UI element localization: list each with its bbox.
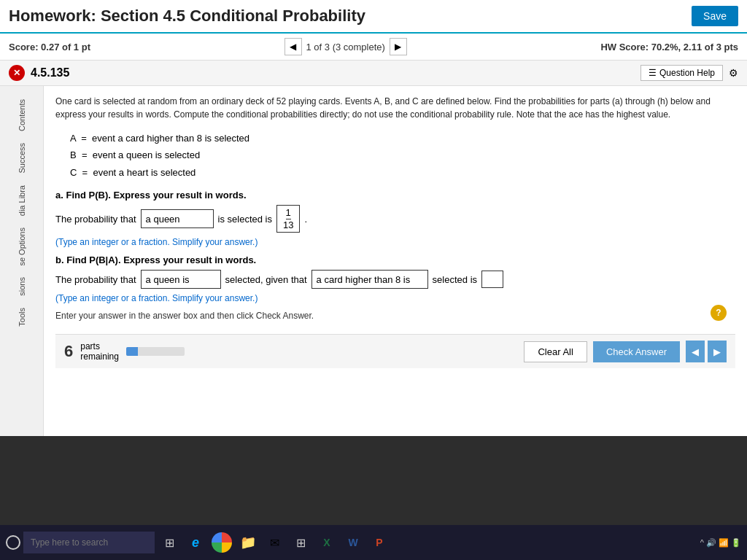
taskbar-word-icon[interactable]: W <box>341 531 365 554</box>
taskbar-grid-icon[interactable]: ⊞ <box>289 531 312 554</box>
header: Homework: Section 4.5 Conditional Probab… <box>0 0 747 34</box>
score-bar: Score: 0.27 of 1 pt ◀ 1 of 3 (3 complete… <box>0 34 747 61</box>
sidebar-item-media-library[interactable]: dia Libra <box>15 179 29 222</box>
part-b-label: b. Find P(B|A). Express your result in w… <box>55 254 735 265</box>
taskbar-windows-button[interactable]: ⊞ <box>158 531 181 554</box>
question-id: ✕ 4.5.135 <box>9 65 69 81</box>
taskbar-excel-icon[interactable]: X <box>315 531 338 554</box>
sidebar-item-success[interactable]: Success <box>15 137 29 179</box>
sidebar-item-contents[interactable]: Contents <box>15 93 29 137</box>
parts-info: 6 parts remaining <box>64 341 185 362</box>
part-a-answer-row: The probability that is selected is 1 13… <box>55 205 735 233</box>
menu-icon: ☰ <box>649 68 657 78</box>
part-b-input-higher[interactable] <box>311 270 428 289</box>
save-button[interactable]: Save <box>692 6 738 26</box>
question-header: ✕ 4.5.135 ☰ Question Help ⚙ <box>0 61 747 86</box>
progress-bar <box>126 347 185 356</box>
folder-icon: 📁 <box>240 534 256 551</box>
part-b-answer-input[interactable] <box>481 271 503 288</box>
mail-icon: ✉ <box>270 536 279 550</box>
check-answer-button[interactable]: Check Answer <box>593 341 680 362</box>
sidebar: Contents Success dia Libra se Options si… <box>0 86 44 436</box>
part-a-fraction: 1 13 <box>276 205 300 233</box>
bottom-nav-next[interactable]: ▶ <box>708 341 727 362</box>
nav-label: 1 of 3 (3 complete) <box>306 42 385 52</box>
part-a-input[interactable] <box>141 209 214 228</box>
sidebar-item-tools[interactable]: Tools <box>15 302 29 332</box>
excel-label: X <box>323 537 330 548</box>
taskbar-ppt-icon[interactable]: P <box>368 531 391 554</box>
definitions: A = event a card higher than 8 is select… <box>70 130 735 181</box>
part-a-label: a. Find P(B). Express your result in wor… <box>55 190 735 201</box>
sys-tray: ^ 🔊 📶 🔋 <box>700 538 741 548</box>
part-b-answer-row: The probability that selected, given tha… <box>55 270 735 289</box>
question-help-button[interactable]: ☰ Question Help <box>640 65 723 81</box>
clear-all-button[interactable]: Clear All <box>524 341 587 362</box>
taskbar: ⊞ e 📁 ✉ ⊞ X W P ^ 🔊 📶 🔋 <box>0 525 747 560</box>
nav-next-button[interactable]: ▶ <box>390 38 407 55</box>
page-title: Homework: Section 4.5 Conditional Probab… <box>9 7 365 26</box>
taskbar-edge-icon[interactable]: e <box>184 531 207 554</box>
part-b-prob-text: The probability that <box>55 274 136 285</box>
instruction-text: Enter your answer in the answer box and … <box>55 311 735 321</box>
definition-b: B = event a queen is selected <box>70 147 735 163</box>
problem-text: One card is selected at random from an o… <box>55 95 735 121</box>
wrong-icon: ✕ <box>9 65 25 81</box>
question-tools: ☰ Question Help ⚙ <box>640 65 738 81</box>
question-number: 4.5.135 <box>31 66 69 79</box>
part-a-hint: (Type an integer or a fraction. Simplify… <box>55 237 735 247</box>
chrome-logo <box>212 532 232 553</box>
period: . <box>304 214 307 225</box>
bottom-bar: 6 parts remaining Clear All Check Answer… <box>55 334 735 368</box>
progress-bar-fill <box>126 347 138 356</box>
gear-icon[interactable]: ⚙ <box>729 67 738 79</box>
parts-label: parts <box>80 341 119 351</box>
windows-search-icon[interactable] <box>6 535 20 550</box>
part-a-prob-text: The probability that <box>55 214 136 225</box>
bottom-nav: ◀ ▶ <box>686 341 727 362</box>
taskbar-search-input[interactable] <box>23 532 155 553</box>
definition-a: A = event a card higher than 8 is select… <box>70 130 735 147</box>
help-circle-button[interactable]: ? <box>711 305 727 321</box>
part-b-selected-is-text: selected is <box>433 274 477 285</box>
part-a-is-selected-text: is selected is <box>218 214 272 225</box>
definition-c: C = event a heart is selected <box>70 164 735 181</box>
nav-prev-button[interactable]: ◀ <box>285 38 302 55</box>
win-search-area <box>6 532 155 553</box>
remaining-label: remaining <box>80 351 119 362</box>
fraction-numerator: 1 <box>286 207 291 219</box>
taskbar-folder-icon[interactable]: 📁 <box>236 531 260 554</box>
edge-icon: e <box>192 535 199 551</box>
taskbar-mail-icon[interactable]: ✉ <box>263 531 286 554</box>
parts-number: 6 <box>64 342 73 361</box>
content-area: One card is selected at random from an o… <box>44 86 747 436</box>
word-label: W <box>348 537 357 548</box>
sidebar-item-options[interactable]: se Options <box>15 222 29 272</box>
hw-score-label: HW Score: 70.2%, 2.11 of 3 pts <box>600 42 738 52</box>
question-help-label: Question Help <box>659 68 715 78</box>
part-b-hint: (Type an integer or a fraction. Simplify… <box>55 293 735 303</box>
ppt-label: P <box>376 537 382 548</box>
part-b-selected-given-text: selected, given that <box>225 274 307 285</box>
main-layout: Contents Success dia Libra se Options si… <box>0 86 747 436</box>
fraction-denominator: 13 <box>283 219 293 230</box>
bottom-nav-prev[interactable]: ◀ <box>686 341 705 362</box>
score-label: Score: 0.27 of 1 pt <box>9 42 90 52</box>
sys-tray-icons: ^ 🔊 📶 🔋 <box>700 538 741 548</box>
part-b-input-queen[interactable] <box>141 270 221 289</box>
nav-controls: ◀ 1 of 3 (3 complete) ▶ <box>285 38 407 55</box>
taskbar-chrome-icon[interactable] <box>210 531 233 554</box>
sidebar-item-sessions[interactable]: sions <box>15 271 29 302</box>
